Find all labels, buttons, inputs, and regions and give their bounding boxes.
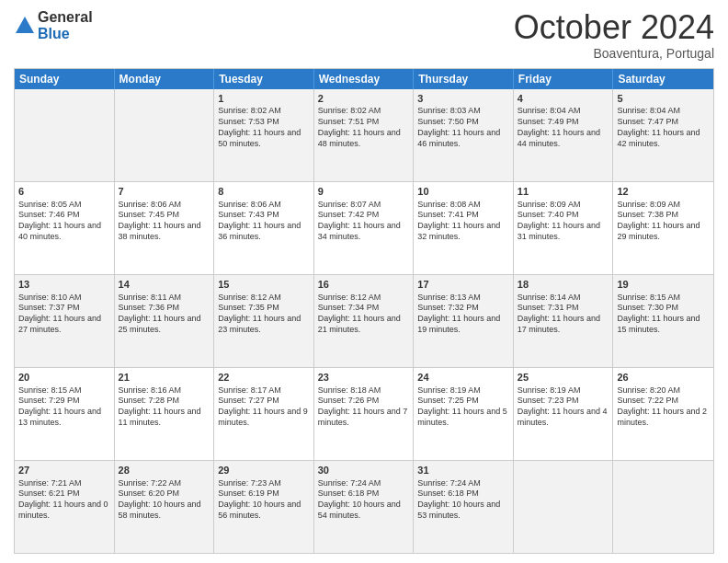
cell-text: Sunrise: 8:14 AM [518,293,609,304]
day-header-thursday: Thursday [414,69,514,89]
cal-cell: 31Sunrise: 7:24 AMSunset: 6:18 PMDayligh… [414,461,514,553]
day-number: 24 [417,371,509,385]
cal-cell: 7Sunrise: 8:06 AMSunset: 7:45 PMDaylight… [115,182,215,274]
cell-text: Sunrise: 8:16 AM [119,385,210,396]
cell-text: Daylight: 11 hours and 4 minutes. [518,407,609,428]
cal-cell: 4Sunrise: 8:04 AMSunset: 7:49 PMDaylight… [514,89,614,181]
day-number: 5 [617,92,710,106]
cell-text: Daylight: 11 hours and 21 minutes. [318,314,410,335]
cal-cell: 29Sunrise: 7:23 AMSunset: 6:19 PMDayligh… [214,461,314,553]
cell-text: Sunset: 7:47 PM [617,117,710,128]
cal-cell: 15Sunrise: 8:12 AMSunset: 7:35 PMDayligh… [214,275,314,367]
day-number: 1 [218,92,310,106]
cell-text: Sunrise: 8:11 AM [119,293,210,304]
day-number: 12 [617,185,710,199]
cal-cell: 9Sunrise: 8:07 AMSunset: 7:42 PMDaylight… [314,182,415,274]
cell-text: Sunset: 7:25 PM [417,396,509,407]
cell-text: Daylight: 11 hours and 5 minutes. [417,407,509,428]
cal-cell: 2Sunrise: 8:02 AMSunset: 7:51 PMDaylight… [314,89,415,181]
day-header-monday: Monday [115,69,215,89]
cell-text: Daylight: 11 hours and 17 minutes. [518,314,609,335]
cal-cell: 6Sunrise: 8:05 AMSunset: 7:46 PMDaylight… [15,182,115,274]
day-number: 11 [518,185,609,199]
cell-text: Sunset: 7:40 PM [518,210,609,221]
logo-blue: Blue [38,26,70,41]
cal-cell: 13Sunrise: 8:10 AMSunset: 7:37 PMDayligh… [15,275,115,367]
title-area: October 2024 Boaventura, Portugal [514,9,714,61]
cell-text: Sunset: 7:41 PM [417,210,509,221]
day-number: 10 [417,185,509,199]
cell-text: Sunset: 7:29 PM [18,396,110,407]
cell-text: Sunrise: 8:05 AM [18,200,110,211]
day-number: 2 [318,92,410,106]
cal-cell: 8Sunrise: 8:06 AMSunset: 7:43 PMDaylight… [214,182,314,274]
cal-cell: 1Sunrise: 8:02 AMSunset: 7:53 PMDaylight… [214,89,314,181]
cell-text: Daylight: 11 hours and 40 minutes. [18,221,110,242]
cell-text: Sunset: 7:35 PM [218,303,310,314]
cell-text: Sunrise: 8:15 AM [617,293,710,304]
cal-cell: 17Sunrise: 8:13 AMSunset: 7:32 PMDayligh… [414,275,514,367]
day-number: 7 [119,185,210,199]
cell-text: Sunset: 6:21 PM [18,488,110,500]
cell-text: Sunrise: 8:18 AM [318,385,410,396]
cal-cell: 3Sunrise: 8:03 AMSunset: 7:50 PMDaylight… [414,89,514,181]
day-header-tuesday: Tuesday [214,69,314,89]
cell-text: Sunrise: 8:17 AM [218,385,310,396]
cal-cell: 23Sunrise: 8:18 AMSunset: 7:26 PMDayligh… [314,368,415,460]
cell-text: Sunrise: 7:23 AM [218,478,310,489]
cell-text: Sunset: 7:42 PM [318,210,410,221]
calendar-row-4: 27Sunrise: 7:21 AMSunset: 6:21 PMDayligh… [15,460,713,553]
logo: General Blue [14,9,93,42]
cell-text: Sunset: 7:32 PM [417,303,509,314]
cell-text: Daylight: 10 hours and 53 minutes. [417,500,509,521]
cell-text: Daylight: 10 hours and 54 minutes. [318,500,410,521]
cell-text: Daylight: 11 hours and 19 minutes. [417,314,509,335]
cell-text: Sunrise: 8:04 AM [518,106,609,117]
cell-text: Daylight: 11 hours and 46 minutes. [417,128,509,149]
cell-text: Sunrise: 7:24 AM [318,478,410,489]
cal-cell: 20Sunrise: 8:15 AMSunset: 7:29 PMDayligh… [15,368,115,460]
cal-cell: 12Sunrise: 8:09 AMSunset: 7:38 PMDayligh… [613,182,713,274]
cell-text: Daylight: 11 hours and 48 minutes. [318,128,410,149]
cell-text: Sunset: 7:37 PM [18,303,110,314]
day-header-friday: Friday [514,69,614,89]
cell-text: Sunrise: 8:07 AM [318,200,410,211]
cal-cell: 11Sunrise: 8:09 AMSunset: 7:40 PMDayligh… [514,182,614,274]
cell-text: Sunset: 7:50 PM [417,117,509,128]
cell-text: Sunset: 6:18 PM [417,488,509,500]
cal-cell [613,461,713,553]
cal-cell: 30Sunrise: 7:24 AMSunset: 6:18 PMDayligh… [314,461,415,553]
cell-text: Sunrise: 8:06 AM [119,200,210,211]
cell-text: Sunrise: 8:09 AM [518,200,609,211]
cell-text: Sunset: 7:49 PM [518,117,609,128]
cell-text: Sunset: 7:43 PM [218,210,310,221]
cell-text: Sunset: 6:18 PM [318,488,410,500]
cell-text: Daylight: 11 hours and 25 minutes. [119,314,210,335]
cell-text: Sunrise: 8:20 AM [617,385,710,396]
cal-cell: 19Sunrise: 8:15 AMSunset: 7:30 PMDayligh… [613,275,713,367]
cal-cell [115,89,215,181]
cell-text: Sunset: 7:34 PM [318,303,410,314]
cell-text: Sunset: 7:51 PM [318,117,410,128]
cal-cell: 14Sunrise: 8:11 AMSunset: 7:36 PMDayligh… [115,275,215,367]
month-title: October 2024 [514,9,714,46]
cell-text: Sunset: 6:19 PM [218,488,310,500]
cell-text: Daylight: 11 hours and 50 minutes. [218,128,310,149]
cal-cell: 24Sunrise: 8:19 AMSunset: 7:25 PMDayligh… [414,368,514,460]
cell-text: Daylight: 11 hours and 34 minutes. [318,221,410,242]
day-number: 21 [119,371,210,385]
calendar-row-0: 1Sunrise: 8:02 AMSunset: 7:53 PMDaylight… [15,89,713,181]
day-number: 22 [218,371,310,385]
cell-text: Sunrise: 8:02 AM [318,106,410,117]
cell-text: Daylight: 11 hours and 11 minutes. [119,407,210,428]
cell-text: Sunset: 7:38 PM [617,210,710,221]
cell-text: Sunrise: 7:24 AM [417,478,509,489]
cal-cell: 5Sunrise: 8:04 AMSunset: 7:47 PMDaylight… [613,89,713,181]
cell-text: Sunset: 7:53 PM [218,117,310,128]
day-number: 19 [617,278,710,292]
cal-cell: 25Sunrise: 8:19 AMSunset: 7:23 PMDayligh… [514,368,614,460]
cell-text: Daylight: 11 hours and 23 minutes. [218,314,310,335]
calendar-page: General Blue October 2024 Boaventura, Po… [0,0,728,563]
day-number: 25 [518,371,609,385]
day-number: 3 [417,92,509,106]
